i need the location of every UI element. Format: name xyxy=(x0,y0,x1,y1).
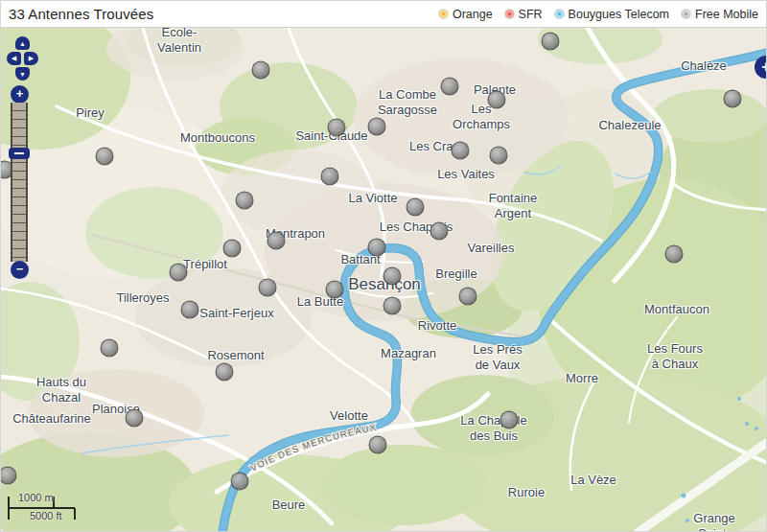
antenna-marker[interactable] xyxy=(441,78,459,96)
antenna-marker[interactable] xyxy=(101,339,119,358)
scale-metric-label: 1000 m xyxy=(18,492,54,503)
scale-bar: 1000 m 5000 ft xyxy=(7,491,87,527)
zoom-out-button[interactable]: − xyxy=(11,261,29,279)
zoom-slider-control[interactable]: + − xyxy=(1,1,39,289)
antenna-marker[interactable] xyxy=(126,409,144,428)
results-count-title: 33 Antennes Trouvées xyxy=(9,6,153,22)
operator-legend: Orange SFR Bouygues Telecom Free Mobile xyxy=(439,8,758,21)
operator-label: Bouygues Telecom xyxy=(569,8,669,21)
antenna-marker[interactable] xyxy=(216,363,234,382)
zoom-in-button[interactable]: + xyxy=(11,85,29,104)
antenna-marker[interactable] xyxy=(665,245,684,264)
antenna-marker[interactable] xyxy=(170,264,188,282)
antenna-marker[interactable] xyxy=(267,232,286,250)
legend-item[interactable]: Orange xyxy=(439,8,493,21)
antenna-marker[interactable] xyxy=(542,33,560,51)
antenna-marker[interactable] xyxy=(488,91,506,109)
operator-color-chip xyxy=(505,10,514,18)
antenna-marker[interactable] xyxy=(430,222,449,241)
antenna-marker[interactable] xyxy=(181,301,199,319)
operator-color-chip xyxy=(439,10,448,18)
antenna-marker[interactable] xyxy=(321,168,339,186)
antenna-marker[interactable] xyxy=(326,281,344,299)
antenna-marker[interactable] xyxy=(724,90,742,108)
antenna-marker[interactable] xyxy=(259,279,277,297)
zoom-track[interactable] xyxy=(11,103,28,262)
antenna-map-app: VOIE DES MERCUREAUX École- Valentin Pire… xyxy=(0,0,767,532)
scale-imperial-label: 5000 ft xyxy=(30,510,62,521)
antenna-marker[interactable] xyxy=(384,297,402,315)
antenna-marker[interactable] xyxy=(96,148,114,166)
results-header: 33 Antennes Trouvées Orange SFR Bouygues… xyxy=(1,1,766,28)
operator-label: Free Mobile xyxy=(695,8,758,21)
operator-label: Orange xyxy=(453,8,493,21)
antenna-marker[interactable] xyxy=(236,192,254,210)
antenna-marker[interactable] xyxy=(500,411,519,429)
legend-item[interactable]: Free Mobile xyxy=(682,8,758,21)
antenna-marker[interactable] xyxy=(459,288,477,306)
antenna-marker[interactable] xyxy=(490,147,508,165)
operator-color-chip xyxy=(555,10,564,18)
antenna-marker[interactable] xyxy=(407,198,425,217)
operator-label: SFR xyxy=(519,8,543,21)
antenna-marker[interactable] xyxy=(223,240,242,258)
legend-item[interactable]: Bouygues Telecom xyxy=(555,8,669,21)
antenna-marker[interactable] xyxy=(328,119,346,137)
antenna-marker[interactable] xyxy=(369,436,387,454)
map-artwork: VOIE DES MERCUREAUX xyxy=(1,1,767,532)
antenna-marker[interactable] xyxy=(252,61,270,80)
legend-item[interactable]: SFR xyxy=(505,8,543,21)
antenna-marker[interactable] xyxy=(384,267,402,286)
zoom-slider-handle[interactable] xyxy=(9,148,30,159)
antenna-marker[interactable] xyxy=(368,239,386,257)
antenna-marker[interactable] xyxy=(231,473,249,491)
operator-color-chip xyxy=(682,10,690,18)
antenna-marker[interactable] xyxy=(452,142,470,160)
antenna-marker[interactable] xyxy=(368,118,386,136)
